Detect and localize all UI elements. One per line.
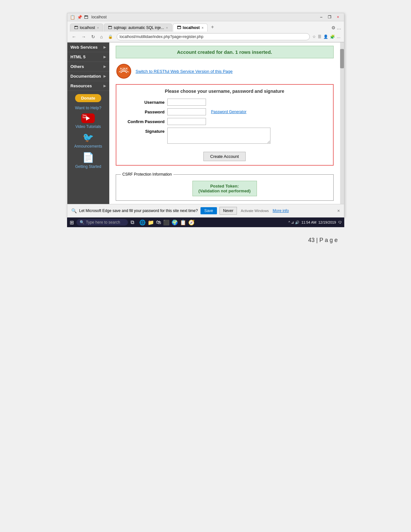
save-password-message: Let Microsoft Edge save and fill your pa… <box>79 208 198 213</box>
password-save-bar: 🔍 Let Microsoft Edge save and fill your … <box>67 204 344 217</box>
csrf-posted-token: Posted Token: <box>198 184 252 189</box>
content-area: Web Services ▶ HTML 5 ▶ Others ▶ Documen… <box>67 43 344 204</box>
sidebar-item-documentation[interactable]: Documentation ▶ <box>67 72 109 81</box>
ajax-section: AJAX Switch to RESTful Web Service Versi… <box>116 63 334 79</box>
title1-label: localhost <box>92 15 107 19</box>
home-btn[interactable]: ⌂ <box>99 34 104 40</box>
svg-text:AJAX: AJAX <box>120 67 127 70</box>
sidebar-label-html5: HTML 5 <box>71 54 86 59</box>
tab-close-1[interactable]: × <box>97 26 99 30</box>
tab-localhost-active[interactable]: 🗔 localhost × <box>173 24 208 32</box>
minimize-btn[interactable]: – <box>318 15 325 20</box>
files-taskbar-icon[interactable]: 📋 <box>180 219 186 226</box>
tab-label-2: sqlmap: automatic SQL inje... <box>114 25 164 30</box>
settings-icon[interactable]: ⚙ <box>331 25 336 30</box>
youtube-icon[interactable]: YouTube <box>81 113 95 123</box>
confirm-password-input[interactable] <box>167 118 206 125</box>
tab-favicon-1: 🗔 <box>74 25 78 30</box>
twitter-icon[interactable]: 🐦 <box>83 132 94 143</box>
restore-btn[interactable]: ❐ <box>327 15 333 20</box>
password-generator-link[interactable]: Password Generator <box>211 110 247 114</box>
new-tab-btn[interactable]: + <box>208 23 216 32</box>
save-password-button[interactable]: Save <box>201 207 217 214</box>
username-input[interactable] <box>167 99 206 106</box>
edge-more-icon[interactable]: … <box>337 34 341 39</box>
ajax-logo: AJAX <box>116 63 132 79</box>
scrollbar-thumb[interactable] <box>340 49 344 68</box>
pin-icon: 📌 <box>77 15 82 20</box>
sidebar: Web Services ▶ HTML 5 ▶ Others ▶ Documen… <box>67 43 109 204</box>
password-input[interactable] <box>167 108 206 115</box>
want-help-link[interactable]: Want to Help? <box>75 105 102 110</box>
tab-localhost-1[interactable]: 🗔 localhost × <box>70 24 103 32</box>
pdf-icon[interactable]: 📄 <box>82 152 94 163</box>
scrollbar[interactable] <box>340 43 344 204</box>
video-tutorials-link[interactable]: Video Tutorials <box>75 124 101 129</box>
sidebar-arrow-resources: ▶ <box>103 84 106 88</box>
tab-bar: 🗔 localhost × 🗔 sqlmap: automatic SQL in… <box>67 21 344 32</box>
csrf-section: CSRF Protection Information Posted Token… <box>116 172 334 201</box>
create-account-button[interactable]: Create Account <box>203 152 246 161</box>
page-number: 43 | P a g e <box>308 237 338 243</box>
sidebar-label-documentation: Documentation <box>71 74 101 79</box>
announcements-link[interactable]: Announcements <box>74 144 102 149</box>
tab-close-2[interactable]: × <box>166 26 168 30</box>
terminal-taskbar-icon[interactable]: ⬛ <box>163 219 170 226</box>
compass-taskbar-icon[interactable]: 🧭 <box>188 219 195 226</box>
success-text: Account created for dan. 1 rows inserted… <box>177 49 272 55</box>
sidebar-arrow-documentation: ▶ <box>103 74 106 78</box>
tab-label-1: localhost <box>80 25 95 30</box>
form-fields: Username Password Password Generator Con… <box>123 99 327 144</box>
main-content: Account created for dan. 1 rows inserted… <box>109 43 340 204</box>
tab-sqlmap[interactable]: 🗔 sqlmap: automatic SQL inje... × <box>104 24 172 32</box>
notifications-icon[interactable]: 🗨 <box>338 220 342 224</box>
read-icon[interactable]: ☰ <box>318 34 321 39</box>
clock: 11:54 AM <box>301 220 316 224</box>
sidebar-label-resources: Resources <box>71 83 92 88</box>
date: 12/19/2019 <box>318 220 336 224</box>
donate-button[interactable]: Donate <box>75 94 101 102</box>
sidebar-item-others[interactable]: Others ▶ <box>67 62 109 72</box>
page-footer: 43 | P a g e <box>67 227 344 253</box>
tab-close-3[interactable]: × <box>202 26 204 30</box>
chrome-taskbar-icon[interactable]: 🌍 <box>171 219 178 226</box>
getting-started-link[interactable]: Getting Started <box>75 164 101 169</box>
favorites-icon[interactable]: ☆ <box>312 34 316 39</box>
tab-favicon-3: 🗔 <box>177 25 181 30</box>
profile-icon[interactable]: 👤 <box>323 34 328 39</box>
sidebar-arrow-web-services: ▶ <box>103 45 106 49</box>
back-btn[interactable]: ← <box>71 34 78 40</box>
youtube-label: YouTube <box>82 114 87 119</box>
taskbar-right: ^ ⊿ 🔊 11:54 AM 12/19/2019 🗨 <box>289 220 342 225</box>
close-save-bar-btn[interactable]: × <box>337 208 340 213</box>
folder-taskbar-icon[interactable]: 📁 <box>148 219 154 226</box>
edge-taskbar-icon[interactable]: 🌐 <box>139 219 146 226</box>
more-info-link[interactable]: More info <box>273 208 289 213</box>
task-view-icon[interactable]: ⧉ <box>131 219 134 225</box>
never-save-button[interactable]: Never <box>220 207 237 215</box>
ajax-link[interactable]: Switch to RESTful Web Service Version of… <box>136 69 233 74</box>
sidebar-item-web-services[interactable]: Web Services ▶ <box>67 43 109 52</box>
sidebar-extras: Donate Want to Help? YouTube Video Tutor… <box>67 91 109 172</box>
sidebar-item-html5[interactable]: HTML 5 ▶ <box>67 52 109 62</box>
taskbar-search[interactable]: 🔍 Type here to search <box>76 219 128 226</box>
forward-btn[interactable]: → <box>80 34 87 40</box>
confirm-password-label: Confirm Password <box>123 119 165 124</box>
store-taskbar-icon[interactable]: 🛍 <box>156 219 161 226</box>
password-label: Password <box>123 110 165 114</box>
close-btn[interactable]: × <box>335 15 341 20</box>
tab-icon: 📋 <box>70 15 75 20</box>
start-button[interactable]: ⊞ <box>70 219 74 226</box>
signature-input[interactable] <box>167 128 270 144</box>
sidebar-arrow-html5: ▶ <box>103 55 106 59</box>
sidebar-label-others: Others <box>71 64 84 69</box>
form-section: Please choose your username, password an… <box>116 84 334 166</box>
taskbar: ⊞ 🔍 Type here to search ⧉ 🌐 📁 🛍 ⬛ 🌍 📋 🧭 … <box>67 218 344 227</box>
browser-chrome: 📋 📌 🗔 localhost – ❐ × 🗔 localhost × 🗔 sq… <box>67 13 344 43</box>
address-input[interactable] <box>117 33 310 40</box>
more-icon[interactable]: … <box>337 25 341 30</box>
refresh-btn[interactable]: ↻ <box>90 34 96 40</box>
tab-label-3: localhost <box>183 25 200 30</box>
extensions-icon[interactable]: 🧩 <box>330 34 335 39</box>
sidebar-item-resources[interactable]: Resources ▶ <box>67 81 109 91</box>
